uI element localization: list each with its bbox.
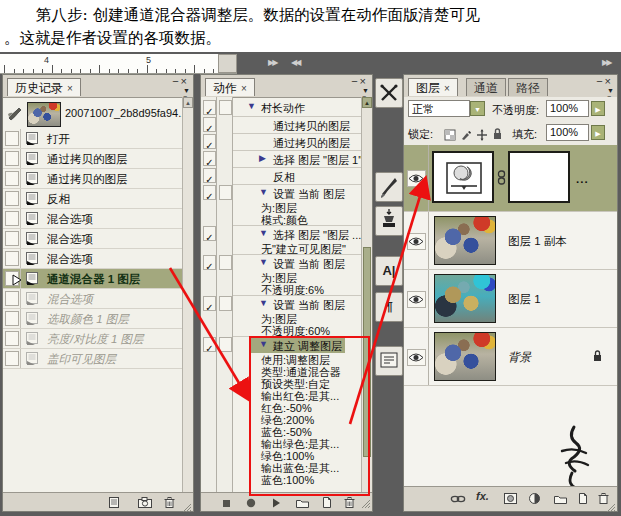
snapshot-thumbnail[interactable] — [27, 102, 61, 127]
lock-paint-brush-icon[interactable] — [460, 127, 472, 145]
lock-position-move-icon[interactable] — [476, 127, 488, 145]
action-toggle-checkbox[interactable]: ✓ — [203, 168, 216, 183]
new-layer-icon[interactable] — [576, 491, 589, 509]
action-toggle-checkbox[interactable]: ✓ — [203, 255, 216, 270]
action-step-row[interactable]: 通过拷贝的图层 — [233, 133, 362, 150]
minimize-icon[interactable]: − — [596, 75, 604, 87]
tab-close-icon[interactable]: × — [444, 83, 450, 94]
close-icon[interactable]: × — [605, 75, 613, 87]
tools-x-icon[interactable] — [375, 78, 403, 108]
history-brush-source-well[interactable] — [5, 171, 19, 186]
action-toggle-column[interactable]: ✓✓✓✓✓✓✓✓✓✓ — [201, 97, 217, 493]
dialog-toggle-box[interactable] — [219, 337, 232, 352]
history-brush-source-well[interactable] — [5, 191, 19, 206]
lock-transparency-icon[interactable] — [444, 127, 456, 145]
action-set-row[interactable]: ▼村长动作 — [233, 99, 362, 116]
history-brush-source-well[interactable] — [5, 151, 19, 166]
tab-actions[interactable]: 动作× — [205, 78, 255, 96]
dialog-toggle-box[interactable] — [219, 255, 232, 270]
actions-scrollbar[interactable]: ▲ — [361, 97, 372, 493]
play-button[interactable] — [270, 495, 282, 513]
minimize-icon[interactable]: − — [172, 75, 180, 87]
history-item[interactable]: 亮度/对比度 1 图层 — [3, 329, 183, 349]
action-toggle-checkbox[interactable]: ✓ — [203, 296, 216, 311]
panel-window-buttons[interactable]: −× — [351, 75, 368, 87]
expander-down-icon[interactable]: ▼ — [259, 228, 268, 238]
layer-visibility-cell[interactable] — [404, 328, 429, 385]
panel-window-buttons[interactable]: −× — [172, 75, 189, 87]
link-layers-icon[interactable] — [450, 491, 466, 509]
opacity-spinner-icon[interactable]: ▶ — [591, 101, 605, 116]
action-step-row[interactable]: 反相 — [233, 167, 362, 184]
delete-trash-button[interactable] — [343, 495, 356, 513]
panel-window-buttons[interactable]: −× — [596, 75, 613, 87]
action-step-row[interactable]: ▼设置 当前 图层 — [233, 295, 362, 312]
eye-icon[interactable] — [407, 349, 426, 366]
action-step-row[interactable]: ▼设置 当前 图层 — [233, 184, 362, 201]
expand-dock-icon[interactable]: ◀◀ — [291, 58, 299, 67]
action-step-row[interactable]: ▼建立 调整图层 — [233, 336, 362, 353]
tab-close-icon[interactable]: × — [67, 83, 73, 94]
collapse-dock-icon[interactable]: ▶▶ — [268, 58, 276, 67]
history-item[interactable]: 混合选项 — [3, 229, 183, 249]
expander-down-icon[interactable]: ▼ — [259, 339, 268, 349]
new-set-folder-button[interactable] — [295, 495, 310, 513]
layer-style-fx-icon[interactable]: fx. — [476, 490, 489, 502]
opacity-input[interactable]: 100% — [546, 100, 589, 117]
scroll-up-icon[interactable]: ▲ — [183, 97, 193, 108]
scrollbar-thumb[interactable] — [363, 247, 371, 457]
expander-down-icon[interactable]: ▼ — [259, 257, 268, 267]
close-icon[interactable]: × — [181, 75, 189, 87]
history-item[interactable]: 反相 — [3, 189, 183, 209]
fill-input[interactable]: 100% — [546, 124, 589, 141]
action-step-row[interactable]: 通过拷贝的图层 — [233, 116, 362, 133]
dialog-toggle-box[interactable] — [219, 100, 232, 115]
layer-mask-thumbnail[interactable] — [508, 151, 570, 203]
expander-right-icon[interactable]: ▶ — [259, 153, 266, 163]
history-item[interactable]: 通过拷贝的图层 — [3, 169, 183, 189]
action-toggle-checkbox[interactable]: ✓ — [203, 337, 216, 352]
eye-icon[interactable] — [407, 170, 426, 187]
tab-layers[interactable]: 图层× — [408, 78, 458, 96]
new-snapshot-camera-button[interactable] — [137, 495, 153, 513]
layer-comps-icon[interactable] — [375, 346, 403, 376]
stop-recording-button[interactable] — [221, 495, 232, 513]
paragraph-panel-icon[interactable]: ¶ — [375, 292, 403, 322]
history-brush-source-well[interactable] — [5, 351, 19, 366]
layer-row[interactable]: 图层 1 — [404, 270, 617, 328]
history-item[interactable]: 选取颜色 1 图层 — [3, 309, 183, 329]
history-brush-icon[interactable] — [7, 105, 24, 126]
resize-grip-icon[interactable] — [360, 495, 371, 506]
fill-spinner-icon[interactable]: ▶ — [591, 125, 605, 140]
new-document-from-state-button[interactable] — [107, 495, 121, 513]
layer-row[interactable]: ... — [404, 145, 617, 212]
history-brush-source-well[interactable] — [5, 231, 19, 246]
eye-icon[interactable] — [407, 291, 426, 308]
action-toggle-checkbox[interactable]: ✓ — [203, 100, 216, 115]
new-adjustment-layer-icon[interactable] — [528, 491, 541, 509]
history-item[interactable]: 打开 — [3, 129, 183, 149]
layer-thumbnail[interactable] — [434, 216, 496, 265]
history-item[interactable]: 混合选项 — [3, 209, 183, 229]
tab-channels[interactable]: 通道 — [466, 78, 506, 96]
action-toggle-checkbox[interactable]: ✓ — [203, 117, 216, 132]
layer-visibility-cell[interactable] — [404, 212, 429, 269]
layer-row[interactable]: 背景 — [404, 328, 617, 386]
history-scrollbar[interactable]: ▲ — [182, 97, 193, 493]
adjustment-layer-thumbnail[interactable] — [432, 151, 494, 203]
dialog-toggle-box[interactable] — [219, 296, 232, 311]
history-item[interactable]: 通道混合器 1 图层 — [3, 269, 183, 289]
character-panel-icon[interactable]: A| — [375, 256, 403, 286]
record-button[interactable] — [245, 495, 257, 513]
action-dialog-column[interactable] — [217, 97, 233, 493]
action-toggle-checkbox[interactable]: ✓ — [203, 151, 216, 166]
action-step-row[interactable]: ▼选择 图层 "图层 ... — [233, 225, 362, 242]
brush-panel-icon[interactable] — [375, 172, 403, 202]
expander-down-icon[interactable]: ▼ — [259, 298, 268, 308]
history-brush-source-well[interactable] — [5, 251, 19, 266]
history-brush-source-well[interactable] — [5, 211, 19, 226]
blend-mode-select[interactable]: 正常 — [408, 100, 470, 117]
tab-paths[interactable]: 路径 — [508, 78, 548, 96]
history-snapshot-row[interactable]: 20071007_2b8d95fa94... — [3, 101, 193, 127]
history-brush-source-well[interactable] — [5, 131, 19, 146]
